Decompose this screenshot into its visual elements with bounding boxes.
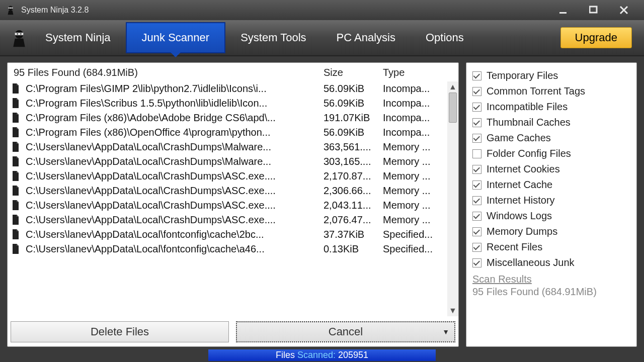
- tab-pc-analysis[interactable]: PC Analysis: [321, 20, 411, 55]
- tab-system-tools[interactable]: System Tools: [225, 20, 321, 55]
- table-row[interactable]: C:\Program Files\GIMP 2\lib\python2.7\id…: [8, 81, 458, 96]
- file-size: 56.09KiB: [324, 127, 383, 138]
- table-row[interactable]: C:\Users\lanev\AppData\Local\CrashDumps\…: [8, 140, 458, 154]
- category-folder-config-files[interactable]: Folder Config Files: [472, 146, 630, 161]
- tab-junk-scanner[interactable]: Junk Scanner: [126, 22, 226, 53]
- checkbox[interactable]: [472, 87, 481, 96]
- category-label: Game Caches: [487, 132, 551, 144]
- category-miscellaneous-junk[interactable]: Miscellaneous Junk: [472, 255, 630, 270]
- table-row[interactable]: C:\Users\lanev\AppData\Local\fontconfig\…: [8, 242, 458, 256]
- column-size[interactable]: Size: [324, 67, 383, 78]
- file-size: 2,043.11...: [324, 200, 383, 211]
- category-recent-files[interactable]: Recent Files: [472, 239, 630, 255]
- table-row[interactable]: C:\Users\lanev\AppData\Local\CrashDumps\…: [8, 213, 458, 227]
- minimize-button[interactable]: [558, 5, 569, 15]
- scroll-down-icon[interactable]: ▼: [448, 306, 457, 315]
- file-path: C:\Users\lanev\AppData\Local\fontconfig\…: [26, 229, 324, 240]
- category-common-torrent-tags[interactable]: Common Torrent Tags: [472, 83, 630, 99]
- file-icon: [12, 156, 21, 167]
- category-windows-logs[interactable]: Windows Logs: [472, 208, 630, 224]
- file-type: Incompa...: [383, 83, 443, 95]
- checkbox[interactable]: [472, 227, 481, 236]
- file-type: Memory ...: [383, 156, 443, 167]
- category-game-caches[interactable]: Game Caches: [472, 130, 630, 146]
- category-label: Temporary Files: [487, 70, 558, 81]
- category-temporary-files[interactable]: Temporary Files: [472, 68, 630, 83]
- table-row[interactable]: C:\Program Files (x86)\OpenOffice 4\prog…: [8, 125, 458, 140]
- file-type: Incompa...: [383, 98, 443, 109]
- checkbox[interactable]: [472, 118, 481, 127]
- file-type: Memory ...: [383, 200, 443, 211]
- category-label: Internet Cookies: [487, 163, 560, 175]
- file-type: Incompa...: [383, 127, 443, 138]
- file-path: C:\Program Files (x86)\OpenOffice 4\prog…: [26, 127, 324, 138]
- svg-point-2: [9, 8, 10, 8]
- checkbox[interactable]: [472, 212, 481, 221]
- checkbox[interactable]: [472, 71, 481, 80]
- upgrade-button[interactable]: Upgrade: [560, 27, 632, 48]
- file-path: C:\Users\lanev\AppData\Local\fontconfig\…: [26, 243, 324, 255]
- delete-files-button[interactable]: Delete Files: [11, 321, 229, 342]
- cancel-label: Cancel: [329, 325, 363, 338]
- file-type: Memory ...: [383, 170, 443, 182]
- table-row[interactable]: C:\Users\lanev\AppData\Local\CrashDumps\…: [8, 184, 458, 198]
- category-label: Miscellaneous Junk: [487, 257, 575, 268]
- table-row[interactable]: C:\Program Files (x86)\Adobe\Adobe Bridg…: [8, 111, 458, 125]
- file-type: Specified...: [383, 243, 443, 255]
- table-row[interactable]: C:\Users\lanev\AppData\Local\fontconfig\…: [8, 227, 458, 242]
- file-size: 56.09KiB: [324, 98, 383, 109]
- cancel-button[interactable]: Cancel ▼: [236, 321, 455, 342]
- file-size: 56.09KiB: [324, 83, 383, 95]
- scan-results-heading[interactable]: Scan Results: [472, 274, 630, 285]
- category-internet-cookies[interactable]: Internet Cookies: [472, 161, 630, 177]
- category-internet-history[interactable]: Internet History: [472, 193, 630, 208]
- checkbox[interactable]: [472, 165, 481, 174]
- table-row[interactable]: C:\Users\lanev\AppData\Local\CrashDumps\…: [8, 169, 458, 184]
- file-icon: [12, 229, 21, 240]
- svg-rect-1: [8, 8, 13, 9]
- maximize-button[interactable]: [589, 5, 599, 15]
- scroll-up-icon[interactable]: ▲: [448, 82, 457, 92]
- table-row[interactable]: C:\Users\lanev\AppData\Local\CrashDumps\…: [8, 198, 458, 213]
- file-size: 303,165....: [324, 156, 383, 167]
- file-type: Specified...: [383, 229, 443, 240]
- nav-brand[interactable]: System Ninja: [30, 20, 126, 55]
- checkbox[interactable]: [472, 149, 481, 158]
- checkbox[interactable]: [472, 243, 481, 252]
- file-path: C:\Users\lanev\AppData\Local\CrashDumps\…: [26, 170, 324, 182]
- categories-panel: Temporary FilesCommon Torrent TagsIncomp…: [466, 62, 637, 347]
- results-panel: 95 Files Found (684.91MiB) Size Type C:\…: [7, 62, 459, 347]
- statusbar: Files Scanned: 205951: [0, 349, 644, 362]
- column-type[interactable]: Type: [383, 67, 443, 78]
- app-window: System Ninja 3.2.8 System Ninja Junk Sca…: [0, 0, 644, 362]
- results-grid: C:\Program Files\GIMP 2\lib\python2.7\id…: [8, 81, 458, 316]
- file-type: Incompa...: [383, 112, 443, 124]
- checkbox[interactable]: [472, 103, 481, 112]
- checkbox[interactable]: [472, 258, 481, 267]
- category-internet-cache[interactable]: Internet Cache: [472, 177, 630, 193]
- tab-options[interactable]: Options: [411, 20, 479, 55]
- table-row[interactable]: C:\Program Files\Scribus 1.5.5\python\li…: [8, 96, 458, 111]
- category-label: Internet History: [487, 195, 555, 206]
- file-size: 2,076.47...: [324, 214, 383, 226]
- file-path: C:\Users\lanev\AppData\Local\CrashDumps\…: [26, 200, 324, 211]
- window-title: System Ninja 3.2.8: [21, 6, 558, 15]
- table-row[interactable]: C:\Users\lanev\AppData\Local\CrashDumps\…: [8, 154, 458, 169]
- category-thumbnail-caches[interactable]: Thumbnail Caches: [472, 115, 630, 130]
- scrollbar[interactable]: ▲ ▼: [447, 81, 458, 316]
- file-size: 37.37KiB: [324, 229, 383, 240]
- category-incompatible-files[interactable]: Incompatible Files: [472, 99, 630, 115]
- category-memory-dumps[interactable]: Memory Dumps: [472, 224, 630, 239]
- checkbox[interactable]: [472, 134, 481, 143]
- checkbox[interactable]: [472, 196, 481, 205]
- file-size: 0.13KiB: [324, 243, 383, 255]
- checkbox[interactable]: [472, 180, 481, 190]
- file-path: C:\Program Files\GIMP 2\lib\python2.7\id…: [26, 83, 324, 95]
- close-button[interactable]: [619, 5, 629, 15]
- scroll-thumb[interactable]: [449, 93, 457, 123]
- file-icon: [12, 127, 21, 138]
- svg-rect-4: [559, 12, 567, 14]
- file-path: C:\Program Files\Scribus 1.5.5\python\li…: [26, 98, 324, 109]
- category-label: Windows Logs: [487, 210, 552, 222]
- category-label: Thumbnail Caches: [487, 117, 571, 128]
